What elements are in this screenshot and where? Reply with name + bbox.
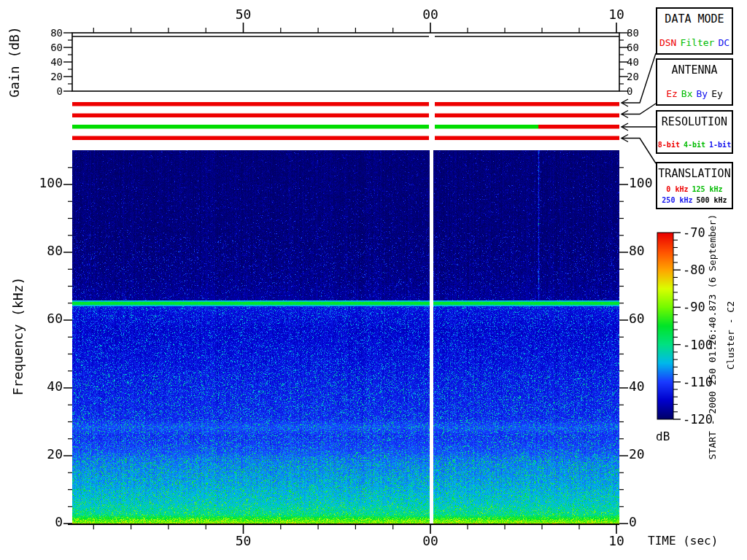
freq-tick-label: 20: [47, 448, 63, 461]
colorbar-tick-label: -70: [683, 227, 705, 239]
gain-tick-label: 80: [50, 28, 63, 38]
time-tick-label-top: 10: [608, 8, 624, 21]
data-mode-option-dsn: DSN: [659, 37, 676, 48]
resolution-option-8-bit: 8-bit: [658, 141, 680, 149]
spacecraft-label: Cluster - C2: [726, 301, 735, 370]
antenna-options: EzBxByEy: [666, 88, 723, 99]
colorbar-tick-label: -110: [683, 376, 713, 388]
antenna-option-ez: Ez: [666, 88, 678, 99]
gain-tick-label: 20: [50, 71, 63, 82]
freq-tick-label: 40: [629, 380, 645, 393]
freq-tick-label: 100: [39, 176, 63, 190]
translation-option-500-khz: 500 kHz: [697, 196, 727, 204]
antenna-option-bx: Bx: [681, 88, 693, 99]
gain-tick-label: 20: [627, 71, 639, 82]
data-mode-option-dc: DC: [718, 37, 729, 48]
translation-options-row: 0 kHz125 kHz: [666, 185, 722, 193]
time-axis-label: TIME (sec): [648, 535, 718, 547]
data-mode-title: DATA MODE: [665, 12, 724, 26]
time-tick-label-bottom: 10: [608, 534, 624, 548]
gain-tick-label: 40: [50, 57, 63, 67]
time-tick-label-bottom: 00: [422, 534, 438, 548]
time-tick-label-top: 00: [422, 8, 438, 21]
translation-option-125-khz: 125 kHz: [692, 185, 722, 193]
translation-options: 0 kHz125 kHz250 kHz500 kHz: [662, 185, 727, 204]
resolution-options-row: 8-bit4-bit1-bit: [658, 141, 731, 149]
colorbar-unit-label: dB: [656, 431, 670, 443]
gain-tick-label: 60: [627, 42, 639, 52]
gain-tick-label: 0: [57, 86, 63, 96]
time-tick-label-top: 50: [236, 8, 252, 21]
antenna-option-by: By: [697, 88, 708, 99]
colorbar-tick-label: -120: [683, 413, 713, 426]
freq-tick-label: 60: [629, 312, 645, 325]
gain-tick-label: 0: [627, 86, 632, 96]
freq-tick-label: 0: [55, 516, 63, 529]
colorbar-tick-label: -80: [683, 264, 705, 276]
gain-tick-label: 80: [627, 28, 639, 38]
gain-tick-label: 40: [627, 57, 639, 67]
translation-title: TRANSLATION: [658, 167, 730, 180]
gain-axis-label: Gain (dB): [8, 26, 21, 98]
data-mode-panel: DATA MODE DSNFilterDC: [656, 7, 733, 55]
freq-tick-label: 0: [629, 516, 637, 529]
antenna-options-row: EzBxByEy: [666, 88, 723, 99]
resolution-panel: RESOLUTION 8-bit4-bit1-bit: [656, 110, 733, 154]
resolution-option-1-bit: 1-bit: [709, 141, 731, 149]
resolution-option-4-bit: 4-bit: [684, 141, 705, 149]
antenna-option-ey: Ey: [711, 88, 723, 99]
freq-tick-label: 100: [629, 176, 653, 190]
translation-option-250-khz: 250 kHz: [662, 196, 692, 204]
antenna-panel: ANTENNA EzBxByEy: [656, 58, 733, 106]
time-tick-label-bottom: 50: [236, 534, 252, 548]
resolution-options: 8-bit4-bit1-bit: [658, 141, 731, 149]
freq-tick-label: 60: [47, 312, 63, 325]
antenna-title: ANTENNA: [671, 63, 717, 77]
translation-option-0-khz: 0 kHz: [666, 185, 688, 193]
translation-options-row: 250 kHz500 kHz: [662, 196, 727, 204]
freq-tick-label: 80: [629, 244, 645, 257]
frequency-axis-label: Frequency (kHz): [12, 277, 25, 396]
data-mode-options: DSNFilterDC: [659, 37, 729, 48]
axes-ticks-bars-arrows: [0, 0, 747, 560]
data-mode-options-row: DSNFilterDC: [659, 37, 729, 48]
colorbar-tick-label: -100: [683, 338, 713, 351]
data-mode-option-filter: Filter: [680, 37, 714, 48]
wbd-spectrogram-display: Gain (dB) Frequency (kHz) TIME (sec) dB …: [0, 0, 747, 560]
gain-tick-label: 60: [50, 42, 63, 52]
freq-tick-label: 20: [629, 448, 645, 461]
freq-tick-label: 80: [47, 244, 63, 257]
resolution-title: RESOLUTION: [662, 115, 727, 128]
translation-panel: TRANSLATION 0 kHz125 kHz250 kHz500 kHz: [656, 162, 733, 209]
colorbar-tick-label: -90: [683, 301, 705, 314]
freq-tick-label: 40: [47, 380, 63, 393]
